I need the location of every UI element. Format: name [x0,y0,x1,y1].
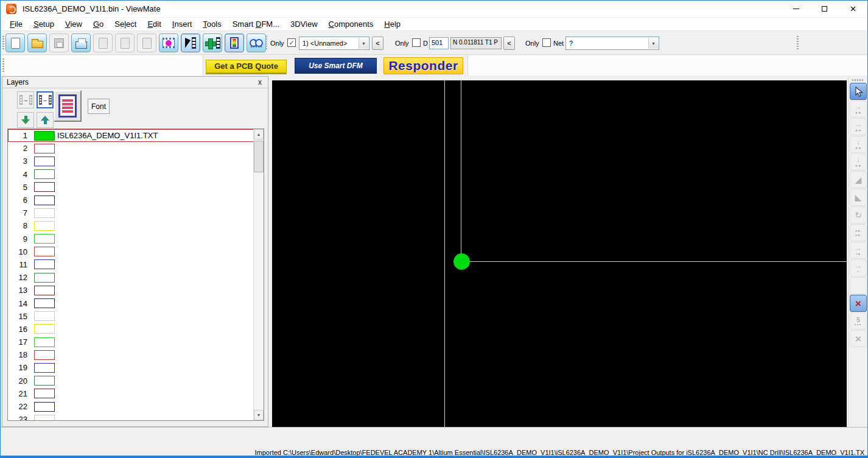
layer-row[interactable]: 19 [8,361,264,374]
drill-pad[interactable] [453,253,470,270]
move-layer-order-button[interactable]: → [17,91,34,108]
scrollbar-thumb[interactable] [254,141,264,172]
layer-row[interactable]: 18 [8,348,264,361]
menu-item[interactable]: View [60,18,88,30]
rotate-button[interactable]: ↻ [850,206,867,224]
layer-color-swatch[interactable] [34,376,55,386]
mirror-vertical-button[interactable]: ◣ [850,189,867,206]
open-file-button[interactable] [27,33,47,52]
layer-color-swatch[interactable] [34,131,55,141]
layer-color-swatch[interactable] [34,221,55,231]
toolbar-grip[interactable] [2,58,4,72]
layer-row[interactable]: 6 [8,194,264,206]
layer-row[interactable]: 5 [8,181,264,194]
layer-color-swatch[interactable] [34,286,55,295]
measure-button[interactable] [181,33,200,52]
menu-item[interactable]: Help [379,18,406,30]
menu-item[interactable]: Components [323,18,379,30]
layer-color-swatch[interactable] [34,208,55,218]
layer-row[interactable]: 20 [8,375,264,387]
layer-stack-button[interactable] [54,90,82,122]
move-tool-button[interactable]: →●● [850,100,867,118]
net-combo[interactable]: ? ▾ [565,37,659,50]
layer-color-swatch[interactable] [34,234,55,244]
layer-row[interactable]: 13 [8,284,264,297]
toolbar-grip[interactable] [852,79,864,81]
layer-row[interactable]: 1 ISL6236A_DEMO_V1I1.TXT [8,129,264,142]
layer-down-button[interactable] [17,112,34,128]
menu-item[interactable]: Select [109,18,142,30]
transfer-button[interactable]: →▪● [850,242,867,259]
font-button[interactable]: Font [88,99,110,114]
menu-item[interactable]: Insert [167,18,198,30]
layer-colors-button[interactable] [225,33,244,52]
responder-logo[interactable]: Responder [383,57,463,74]
menu-item[interactable]: Go [88,18,109,30]
renumber-button[interactable]: 5 [850,312,867,329]
copy-tool-button[interactable]: →●● [850,118,867,135]
pcb-quote-button[interactable]: Get a PCB Quote [206,60,287,73]
toolbar-grip[interactable] [2,36,4,51]
layer-row[interactable]: 4 [8,168,264,181]
layer-color-swatch[interactable] [34,169,55,179]
layer-color-swatch[interactable] [34,402,55,412]
layer-color-swatch[interactable] [34,144,55,153]
menu-item[interactable]: Tools [197,18,226,30]
toolbar-grip[interactable] [265,36,267,51]
only-dcode-checkbox[interactable] [412,38,421,47]
add-layer-button[interactable] [203,33,222,52]
scroll-up-icon[interactable]: ▲ [254,129,264,139]
blank-tool-button[interactable] [850,277,867,294]
layer-color-swatch[interactable] [34,337,55,347]
layer-row[interactable]: 17 [8,336,264,348]
layer-row[interactable]: 2 [8,142,264,155]
layer-list-scrollbar[interactable]: ▲ ▼ [253,129,264,420]
menu-item[interactable]: Smart DFM... [227,18,285,30]
dcode-aperture-button[interactable] [159,33,178,52]
layer-color-swatch[interactable] [34,182,55,192]
layer-color-swatch[interactable] [34,273,55,283]
prev-dcode-button[interactable]: < [503,37,515,50]
minimize-button[interactable] [782,1,810,17]
swap-layers-button[interactable]: ↔ [37,91,54,108]
layer-row[interactable]: 16 [8,323,264,336]
menu-item[interactable]: 3DView [285,18,323,30]
layer-color-swatch[interactable] [34,415,55,421]
layer-row[interactable]: 21 [8,387,264,400]
layer-color-swatch[interactable] [34,298,55,308]
isolate-net-button[interactable]: × [850,295,867,312]
step-repeat-button[interactable]: ▸▸▸▸ [850,224,867,241]
layer-row[interactable]: 12 [8,271,264,284]
menu-item[interactable]: Setup [28,18,60,30]
mirror-horizontal-button[interactable]: ◢ [850,171,867,188]
save-button[interactable] [49,33,69,52]
dcode-input[interactable]: 501 [429,37,449,49]
layer-color-swatch[interactable] [34,350,55,360]
layer-row[interactable]: 3 [8,155,264,167]
maximize-button[interactable] [810,1,839,17]
layer-row[interactable]: 14 [8,297,264,309]
layer-color-swatch[interactable] [34,247,55,256]
scroll-down-icon[interactable]: ▼ [254,410,264,420]
layer-color-swatch[interactable] [34,389,55,398]
select-tool-button[interactable] [850,83,867,100]
smart-dfm-button[interactable]: Use Smart DFM [295,58,377,74]
only-net-checkbox[interactable] [542,38,551,47]
layer-row[interactable]: 9 [8,233,264,245]
delete-button[interactable]: × [850,330,867,347]
prev-layer-button[interactable]: < [372,37,383,50]
print-button[interactable] [71,33,91,52]
layers-panel-header[interactable]: Layers x [2,77,268,88]
close-button[interactable]: × [839,1,867,17]
menu-item[interactable]: File [4,18,28,30]
move-to-layer-button[interactable]: ↓●● [850,136,867,153]
layer-up-button[interactable] [37,112,54,128]
copy-button[interactable] [115,33,135,52]
layer-color-swatch[interactable] [34,311,55,321]
layer-row[interactable]: 11 [8,258,264,271]
layer-color-swatch[interactable] [34,363,55,373]
paste-button[interactable] [137,33,156,52]
redline-button[interactable] [93,33,113,52]
transfer-layer-button[interactable]: →▪ [850,259,867,277]
layer-row[interactable]: 7 [8,206,264,219]
